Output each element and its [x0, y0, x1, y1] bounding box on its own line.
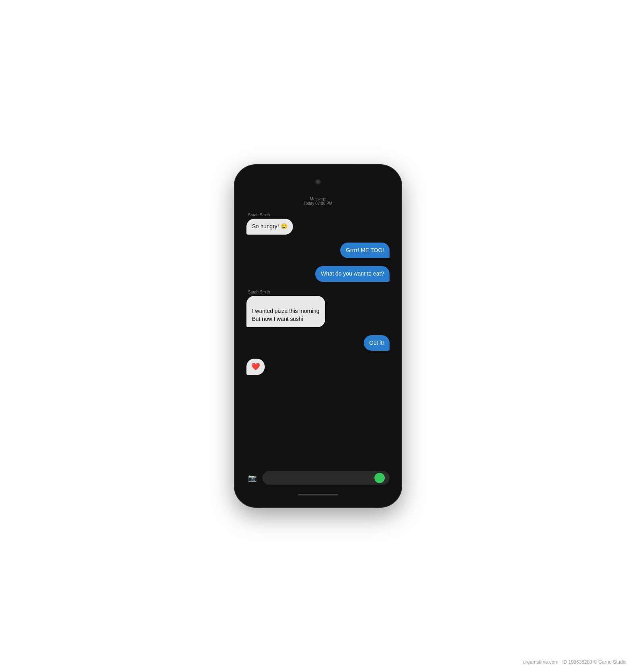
message-header: Message Today 07:00 PM [246, 197, 390, 206]
watermark-text: dreamstime.com ID 198636280 © Garno Stud… [523, 659, 626, 665]
bubble-5: Got it! [364, 335, 390, 351]
camera-icon: 📷 [248, 474, 257, 482]
camera-dot [317, 181, 319, 183]
sender-name-1: Sarah Smith [248, 213, 390, 217]
bubble-4: I wanted pizza this morning But now I wa… [246, 296, 325, 327]
message-header-time: Today 07:00 PM [246, 201, 390, 206]
top-bar [240, 171, 396, 193]
message-group-4: Sarah Smith I wanted pizza this morning … [246, 290, 390, 330]
sender-name-4: Sarah Smith [248, 290, 390, 294]
input-area: 📷 [240, 467, 396, 488]
home-bar [298, 494, 338, 495]
bubble-2: Grrrr! ME TOO! [340, 243, 390, 258]
bubble-text-3: What do you want to eat? [321, 270, 384, 277]
send-icon [377, 476, 382, 480]
bubble-6: ❤️ [246, 359, 265, 375]
messages-area[interactable]: Message Today 07:00 PM Sarah Smith So hu… [240, 193, 396, 467]
bubble-row-6: ❤️ [246, 359, 390, 375]
message-group-1: Sarah Smith So hungry! 😢 [246, 213, 390, 237]
message-header-label: Message [246, 197, 390, 201]
camera-button[interactable]: 📷 [246, 472, 258, 484]
bubble-3: What do you want to eat? [315, 266, 390, 282]
svg-point-0 [377, 476, 382, 480]
phone-screen: Message Today 07:00 PM Sarah Smith So hu… [240, 171, 396, 501]
phone-frame: Message Today 07:00 PM Sarah Smith So hu… [235, 165, 401, 507]
bubble-1: So hungry! 😢 [246, 219, 293, 235]
bubble-text-6: ❤️ [251, 363, 260, 371]
message-input[interactable] [267, 475, 372, 481]
message-group-2: Grrrr! ME TOO! [246, 243, 390, 261]
message-group-5: Got it! [246, 335, 390, 353]
bubble-text-2: Grrrr! ME TOO! [346, 247, 384, 253]
bubble-row-4: I wanted pizza this morning But now I wa… [246, 296, 390, 327]
home-bar-area [240, 488, 396, 501]
bubble-row-1: So hungry! 😢 [246, 219, 390, 235]
camera-notch [315, 179, 321, 185]
send-button[interactable] [374, 473, 385, 483]
bubble-row-3: What do you want to eat? [246, 266, 390, 282]
bubble-row-2: Grrrr! ME TOO! [246, 243, 390, 258]
bubble-text-4: I wanted pizza this morning But now I wa… [252, 308, 320, 322]
bubble-text-1: So hungry! 😢 [252, 223, 287, 229]
bubble-row-5: Got it! [246, 335, 390, 351]
bubble-text-5: Got it! [369, 340, 384, 346]
message-group-3: What do you want to eat? [246, 266, 390, 284]
message-group-6: ❤️ [246, 359, 390, 377]
text-input-bar[interactable] [262, 471, 390, 485]
